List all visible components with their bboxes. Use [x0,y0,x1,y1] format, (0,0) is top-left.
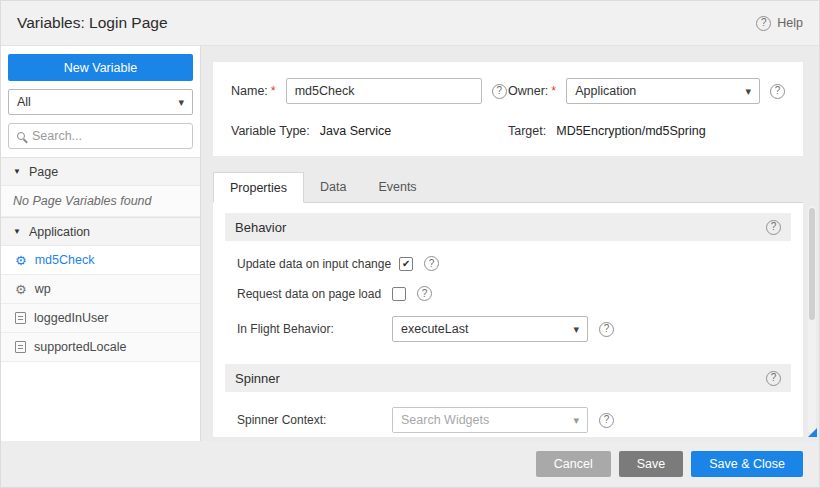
required-marker: * [271,84,276,98]
variable-item-label: wp [35,282,51,296]
dialog-footer: Cancel Save Save & Close [1,441,819,487]
help-icon: ? [756,16,771,31]
update-data-label: Update data on input change [237,257,399,271]
section-label: Page [29,165,58,179]
page-title: Variables: Login Page [17,14,168,32]
owner-select[interactable]: Application ▾ [566,78,760,104]
triangle-down-icon: ▼ [13,228,21,236]
section-label: Application [29,225,90,239]
section-title: Behavior [235,220,286,235]
tree-section-application[interactable]: ▼ Application [1,217,200,246]
chevron-down-icon: ▾ [573,415,579,426]
property-row: Request data on page load ? [237,286,791,301]
update-data-checkbox[interactable]: ✔ [399,257,413,271]
spinner-context-input[interactable] [401,413,567,427]
owner-selected-value: Application [575,84,636,98]
spinner-context-label: Spinner Context: [237,413,392,427]
service-variable-icon: ⚙ [15,254,27,267]
help-icon[interactable]: ? [492,84,507,99]
filter-selected-value: All [17,95,31,109]
variables-dialog: Variables: Login Page ? Help New Variabl… [0,0,820,488]
name-label: Name: [231,84,268,98]
help-button[interactable]: ? Help [756,16,803,31]
request-data-checkbox[interactable] [392,287,406,301]
tree-section-page[interactable]: ▼ Page [1,157,200,186]
help-icon[interactable]: ? [766,371,781,386]
variable-item-label: loggedInUser [34,311,108,325]
help-icon[interactable]: ? [599,322,614,337]
chevron-down-icon: ▾ [745,86,751,97]
variable-item-label: md5Check [35,253,95,267]
variables-sidebar: New Variable All ▾ ▼ Page No Page Variab… [1,45,201,441]
static-variable-icon [15,312,26,324]
variable-filter-select[interactable]: All ▾ [8,89,193,115]
inflight-selected-value: executeLast [401,322,468,336]
dialog-header: Variables: Login Page ? Help [1,1,819,45]
variable-item-wp[interactable]: ⚙ wp [1,275,200,304]
search-icon [17,132,25,140]
spinner-section-header: Spinner ? [225,364,791,392]
variable-item-label: supportedLocale [34,340,126,354]
help-icon[interactable]: ? [770,84,785,99]
property-row: Spinner Context: ▾ ? [237,407,791,433]
inflight-behavior-label: In Flight Behavior: [237,322,392,336]
property-row: Update data on input change ✔ ? [237,256,791,271]
inflight-behavior-select[interactable]: executeLast ▾ [392,316,588,342]
variable-type-value: Java Service [320,124,392,138]
help-icon[interactable]: ? [424,256,439,271]
target-value: MD5Encryption/md5Spring [556,124,705,138]
required-marker: * [551,84,556,98]
target-label: Target: [508,124,546,138]
save-button[interactable]: Save [619,451,684,477]
search-box [8,123,193,149]
help-icon[interactable]: ? [766,220,781,235]
help-icon[interactable]: ? [417,286,432,301]
variable-summary-card: Name: * ? Owner: * Application ▾ ? [213,62,803,156]
scroll-corner-icon [808,428,817,437]
chevron-down-icon: ▾ [178,97,184,108]
properties-panel: Behavior ? Update data on input change ✔… [213,203,803,437]
service-variable-icon: ⚙ [15,283,27,296]
dialog-body: New Variable All ▾ ▼ Page No Page Variab… [1,45,819,441]
vertical-scrollbar[interactable] [808,206,816,433]
help-label: Help [777,16,803,30]
detail-tabs: Properties Data Events [213,172,803,203]
new-variable-button[interactable]: New Variable [8,54,193,81]
variable-item-loggedinuser[interactable]: loggedInUser [1,304,200,333]
scrollbar-thumb[interactable] [809,208,815,320]
request-data-label: Request data on page load [237,287,392,301]
variable-detail: Name: * ? Owner: * Application ▾ ? [201,45,819,441]
owner-label: Owner: [508,84,548,98]
page-variables-empty-message: No Page Variables found [1,186,200,217]
tab-properties[interactable]: Properties [213,172,304,203]
cancel-button[interactable]: Cancel [536,451,611,477]
chevron-down-icon: ▾ [573,324,579,335]
triangle-down-icon: ▼ [13,168,21,176]
behavior-section-header: Behavior ? [225,213,791,241]
name-input[interactable] [286,78,482,104]
save-close-button[interactable]: Save & Close [691,451,803,477]
static-variable-icon [15,341,26,353]
search-input[interactable] [32,129,184,143]
property-row: In Flight Behavior: executeLast ▾ ? [237,316,791,342]
tab-data[interactable]: Data [304,171,362,202]
variable-item-md5check[interactable]: ⚙ md5Check [1,246,200,275]
tab-events[interactable]: Events [362,171,432,202]
variables-tree: ▼ Page No Page Variables found ▼ Applica… [1,157,200,441]
variable-type-label: Variable Type: [231,124,310,138]
section-title: Spinner [235,371,280,386]
spinner-context-combobox[interactable]: ▾ [392,407,588,433]
variable-item-supportedlocale[interactable]: supportedLocale [1,333,200,362]
help-icon[interactable]: ? [599,413,614,428]
